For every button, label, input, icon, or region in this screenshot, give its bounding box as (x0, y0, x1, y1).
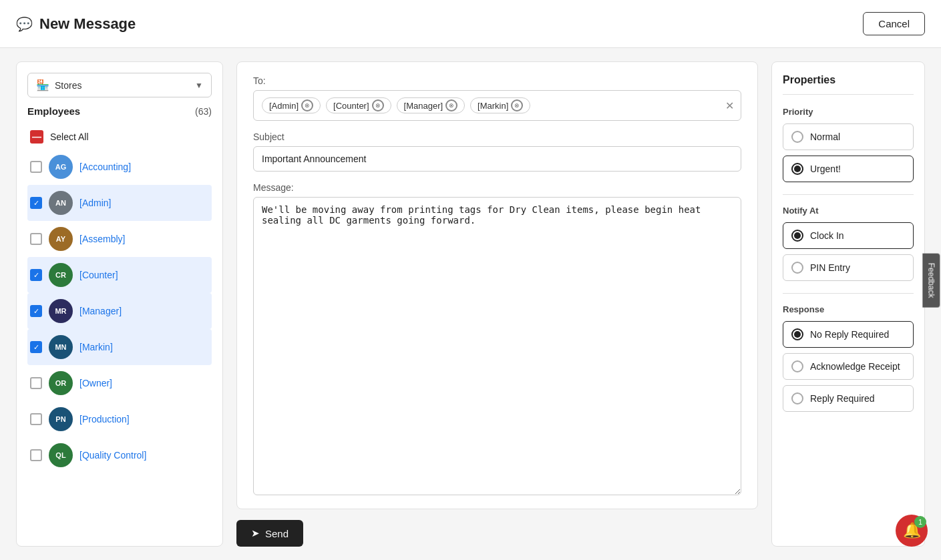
tag-counter[interactable]: [Counter] ⊗ (326, 97, 391, 113)
center-panel: To: [Admin] ⊗ [Counter] ⊗ [Manager] ⊗ (236, 61, 758, 547)
notify-label: Notify At (783, 206, 914, 216)
to-field[interactable]: [Admin] ⊗ [Counter] ⊗ [Manager] ⊗ [Marki… (253, 90, 741, 121)
send-button[interactable]: ➤ Send (236, 520, 303, 547)
tag-icon: ⊗ (511, 99, 523, 111)
list-item[interactable]: AN [Admin] (27, 185, 212, 221)
priority-label: Priority (783, 107, 914, 117)
page-title: New Message (39, 15, 136, 33)
avatar: PN (49, 407, 73, 431)
checkbox-counter[interactable] (30, 269, 42, 281)
response-reply-option[interactable]: Reply Required (783, 385, 914, 412)
radio-pin[interactable] (791, 262, 803, 274)
avatar: MR (49, 299, 73, 323)
store-icon: 🏪 (36, 79, 49, 91)
radio-reply-required[interactable] (791, 392, 803, 404)
avatar: CR (49, 263, 73, 287)
tag-icon: ⊗ (372, 99, 384, 111)
list-item[interactable]: MR [Manager] (27, 293, 212, 329)
to-label: To: (253, 75, 741, 86)
list-item[interactable]: PN [Production] (27, 401, 212, 437)
employee-list: — Select All AG [Accounting] AN [Admin] … (27, 125, 212, 535)
list-item[interactable]: MN [Markin] (27, 329, 212, 365)
avatar: AY (49, 227, 73, 251)
notification-bell[interactable]: 🔔 1 (896, 515, 928, 547)
tag-manager[interactable]: [Manager] ⊗ (397, 97, 465, 113)
list-item[interactable]: OR [Owner] (27, 365, 212, 401)
store-label: Stores (55, 80, 81, 91)
notification-badge: 1 (914, 516, 926, 528)
list-item[interactable]: QL [Quality Control] (27, 437, 212, 473)
tag-markin[interactable]: [Markin] ⊗ (470, 97, 530, 113)
checkbox-manager[interactable] (30, 305, 42, 317)
radio-no-reply[interactable] (791, 328, 803, 340)
subject-section: Subject (253, 131, 741, 172)
radio-urgent[interactable] (791, 163, 803, 175)
response-acknowledge-label: Acknowledge Receipt (810, 361, 900, 372)
header: 💬 New Message Cancel (0, 0, 941, 48)
checkbox-accounting[interactable] (30, 161, 42, 173)
checkbox-markin[interactable] (30, 341, 42, 353)
chevron-down-icon: ▼ (195, 81, 203, 90)
radio-acknowledge[interactable] (791, 360, 803, 372)
checkbox-owner[interactable] (30, 377, 42, 389)
employee-name: [Manager] (79, 306, 122, 316)
employees-header: Employees (63) (27, 105, 212, 117)
employee-name: [Markin] (79, 342, 113, 352)
avatar: AG (49, 155, 73, 179)
to-section: To: [Admin] ⊗ [Counter] ⊗ [Manager] ⊗ (253, 75, 741, 121)
employees-title: Employees (27, 105, 80, 117)
notify-pin-option[interactable]: PIN Entry (783, 254, 914, 281)
divider (783, 293, 914, 294)
priority-normal-option[interactable]: Normal (783, 123, 914, 150)
list-item[interactable]: AY [Assembly] (27, 221, 212, 257)
select-all-row[interactable]: — Select All (27, 125, 212, 149)
select-all-icon: — (30, 130, 43, 144)
send-icon: ➤ (251, 527, 260, 539)
tag-admin[interactable]: [Admin] ⊗ (262, 97, 321, 113)
message-label: Message: (253, 182, 741, 193)
radio-clockin[interactable] (791, 230, 803, 242)
priority-urgent-label: Urgent! (810, 164, 841, 174)
message-section: Message: We'll be moving away from print… (253, 182, 741, 495)
message-input[interactable]: We'll be moving away from printing tags … (253, 197, 741, 495)
header-left: 💬 New Message (16, 15, 136, 33)
divider (783, 194, 914, 195)
checkbox-admin[interactable] (30, 197, 42, 209)
checkbox-assembly[interactable] (30, 233, 42, 245)
left-panel: 🏪 Stores ▼ Employees (63) — Select All A… (16, 61, 223, 547)
priority-urgent-option[interactable]: Urgent! (783, 156, 914, 182)
priority-normal-label: Normal (810, 131, 840, 142)
notify-clockin-option[interactable]: Clock In (783, 222, 914, 249)
checkbox-production[interactable] (30, 413, 42, 425)
send-section: ➤ Send (236, 520, 758, 547)
avatar: OR (49, 371, 73, 395)
notify-pin-label: PIN Entry (810, 262, 850, 273)
clear-to-button[interactable]: ✕ (725, 99, 734, 112)
message-icon: 💬 (16, 16, 33, 32)
send-label: Send (265, 528, 289, 539)
feedback-tab[interactable]: Feedback (923, 253, 940, 307)
subject-input[interactable] (253, 146, 741, 172)
employee-name: [Assembly] (79, 234, 125, 244)
checkbox-quality-control[interactable] (30, 449, 42, 461)
avatar: QL (49, 443, 73, 467)
employee-name: [Counter] (79, 270, 118, 280)
employee-name: [Admin] (79, 198, 111, 208)
response-no-reply-option[interactable]: No Reply Required (783, 321, 914, 348)
main-content: 🏪 Stores ▼ Employees (63) — Select All A… (0, 48, 941, 560)
list-item[interactable]: CR [Counter] (27, 257, 212, 293)
employee-name: [Production] (79, 414, 130, 425)
cancel-button[interactable]: Cancel (863, 12, 925, 35)
response-acknowledge-option[interactable]: Acknowledge Receipt (783, 353, 914, 380)
notify-clockin-label: Clock In (810, 230, 844, 241)
avatar: MN (49, 335, 73, 359)
tag-icon: ⊗ (301, 99, 313, 111)
avatar: AN (49, 191, 73, 215)
properties-title: Properties (783, 74, 914, 95)
store-dropdown[interactable]: 🏪 Stores ▼ (27, 73, 212, 97)
response-label: Response (783, 304, 914, 314)
list-item[interactable]: AG [Accounting] (27, 149, 212, 185)
radio-normal[interactable] (791, 131, 803, 143)
right-panel: Properties Priority Normal Urgent! Notif… (771, 61, 925, 547)
employee-name: [Quality Control] (79, 450, 146, 461)
